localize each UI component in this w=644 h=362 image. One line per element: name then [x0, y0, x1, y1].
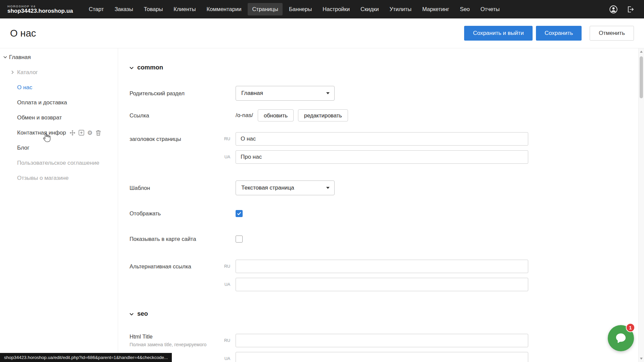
nav-seo[interactable]: Seo: [455, 3, 474, 15]
nav-discounts[interactable]: Скидки: [356, 3, 383, 15]
scroll-up-arrow[interactable]: [640, 51, 643, 53]
tree-item-exchange-return[interactable]: Обмен и возврат: [0, 110, 118, 125]
template-select[interactable]: Текстовая страница: [236, 180, 335, 195]
link-row: Ссылка /o-nas/ обновить редактировать: [130, 111, 644, 120]
cancel-button[interactable]: Отменить: [590, 26, 634, 41]
nav-comments[interactable]: Комментарии: [202, 3, 246, 15]
move-icon[interactable]: [69, 130, 76, 136]
nav-products[interactable]: Товары: [140, 3, 167, 15]
main-nav: Старт Заказы Товары Клиенты Комментарии …: [85, 3, 504, 15]
topbar-right: [609, 5, 635, 14]
tree-item-label: Блог: [17, 145, 30, 151]
tree-item-root[interactable]: Главная: [0, 50, 118, 65]
alt-link-ua-row: UA: [130, 278, 644, 291]
section-common[interactable]: common: [130, 64, 644, 71]
add-icon[interactable]: [79, 130, 84, 136]
save-button[interactable]: Сохранить: [536, 26, 582, 41]
tree-item-label: Контактная инфор: [17, 130, 66, 136]
scrollbar-thumb[interactable]: [640, 56, 643, 98]
html-title-ru-input[interactable]: [236, 334, 528, 347]
tree-item-label: Обмен и возврат: [17, 114, 62, 121]
scroll-down-arrow[interactable]: [640, 358, 643, 360]
lang-ua-label: UA: [225, 282, 230, 287]
chevron-down-icon: [130, 310, 134, 317]
trash-icon[interactable]: [96, 130, 101, 136]
display-row: Отображать: [130, 209, 644, 218]
alt-link-ru-row: Альтернативная ссылка RU: [130, 260, 644, 273]
edit-form: common Родительский раздел Главная Ссылк…: [118, 48, 644, 362]
nav-pages[interactable]: Страницы: [248, 3, 282, 15]
tree-item-actions: ⚙: [69, 130, 101, 136]
chat-unread-badge: 1: [626, 323, 635, 332]
nav-clients[interactable]: Клиенты: [169, 3, 200, 15]
alt-link-ru-input[interactable]: [236, 260, 528, 273]
html-title-ru-row: Html Title Полная замена title, генериру…: [130, 333, 644, 347]
nav-banners[interactable]: Баннеры: [285, 3, 316, 15]
lang-ua-label: UA: [225, 356, 230, 361]
gear-icon[interactable]: ⚙: [87, 130, 93, 136]
select-value: Текстовая страница: [241, 185, 294, 191]
tree-item-payment-delivery[interactable]: Оплата и доставка: [0, 95, 118, 110]
logout-icon[interactable]: [627, 5, 635, 13]
sitemap-checkbox[interactable]: [236, 236, 243, 243]
sitemap-row: Показывать в карте сайта: [130, 234, 644, 244]
section-seo[interactable]: seo: [130, 310, 644, 317]
nav-settings[interactable]: Настройки: [318, 3, 354, 15]
chevron-right-icon[interactable]: [11, 70, 17, 74]
topbar: HOROSHOP V4 shop34423.horoshop.ua Старт …: [0, 0, 644, 18]
tree-item-catalog[interactable]: Каталог: [0, 65, 118, 80]
tree-item-user-agreement[interactable]: Пользовательское соглашение: [0, 155, 118, 170]
chat-widget-button[interactable]: 1: [608, 325, 634, 351]
body: Главная Каталог О нас Оплата и доставка …: [0, 48, 644, 362]
nav-utilities[interactable]: Утилиты: [385, 3, 416, 15]
chevron-down-icon[interactable]: [3, 56, 9, 58]
nav-reports[interactable]: Отчеты: [476, 3, 504, 15]
tree-item-label: О нас: [17, 84, 32, 91]
display-checkbox[interactable]: [236, 210, 243, 217]
section-title: common: [137, 64, 163, 71]
html-title-ua-row: UA: [130, 352, 644, 362]
logo-domain: shop34423.horoshop.ua: [7, 8, 73, 14]
tree-item-blog[interactable]: Блог: [0, 140, 118, 155]
html-title-ua-input[interactable]: [236, 352, 528, 362]
nav-start[interactable]: Старт: [85, 3, 108, 15]
nav-orders[interactable]: Заказы: [110, 3, 137, 15]
chevron-down-icon: [130, 64, 134, 71]
field-label: Шаблон: [130, 185, 236, 191]
vertical-scrollbar[interactable]: [638, 48, 644, 362]
tree-item-label: Каталог: [17, 69, 38, 76]
nav-marketing[interactable]: Маркетинг: [418, 3, 453, 15]
lang-ru-label: RU: [224, 137, 230, 141]
page-header: О нас Сохранить и выйти Сохранить Отмени…: [0, 18, 644, 48]
edit-link-button[interactable]: редактировать: [298, 109, 348, 121]
tree-item-contacts[interactable]: Контактная инфор ⚙: [0, 125, 118, 140]
alt-link-ua-input[interactable]: [236, 278, 528, 291]
field-label: Html Title Полная замена title, генериру…: [130, 333, 236, 347]
account-icon[interactable]: [609, 5, 618, 14]
select-value: Главная: [241, 90, 263, 97]
tree-item-store-reviews[interactable]: Отзывы о магазине: [0, 170, 118, 186]
page-title-ru-input[interactable]: [236, 132, 528, 146]
tree-item-label: Отзывы о магазине: [17, 175, 69, 182]
page-title-ua-input[interactable]: [236, 150, 528, 164]
chevron-down-icon: [326, 92, 330, 94]
save-exit-button[interactable]: Сохранить и выйти: [464, 26, 532, 41]
template-row: Шаблон Текстовая страница: [130, 180, 644, 195]
page-title: О нас: [10, 28, 36, 39]
refresh-link-button[interactable]: обновить: [258, 109, 294, 121]
tree-item-label: Главная: [9, 54, 31, 61]
tree-item-label: Пользовательское соглашение: [17, 160, 99, 166]
page-title-ru-row: заголовок страницы RU: [130, 132, 644, 146]
field-label: Отображать: [130, 210, 236, 217]
field-label: Показывать в карте сайта: [130, 236, 236, 242]
field-hint: Полная замена title, генерируемого: [130, 342, 221, 347]
header-actions: Сохранить и выйти Сохранить Отменить: [464, 26, 634, 41]
field-label: заголовок страницы RU: [130, 136, 236, 142]
chat-bubble-icon: [614, 332, 627, 345]
chevron-down-icon: [326, 187, 330, 189]
parent-section-select[interactable]: Главная: [236, 86, 335, 101]
logo[interactable]: HOROSHOP V4 shop34423.horoshop.ua: [7, 5, 73, 14]
tree-item-label: Оплата и доставка: [17, 99, 67, 106]
tree-item-about[interactable]: О нас: [0, 80, 118, 95]
field-label: Альтернативная ссылка RU: [130, 263, 236, 270]
